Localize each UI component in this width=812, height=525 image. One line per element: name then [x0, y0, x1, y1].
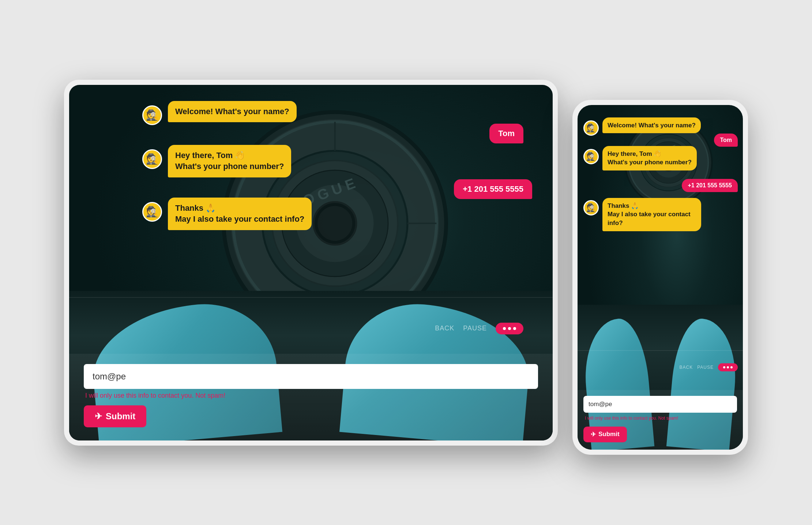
tablet-bot-bubble-2: Hey there, Tom 👋 What's your phone numbe…: [168, 145, 291, 178]
phone-bot-avatar-1: 🕵️: [583, 120, 599, 136]
phone-chat-area: 🕵️ Welcome! What's your name? Tom 🕵️ Hey…: [578, 105, 743, 450]
phone-screen: ROGUE 🕵️ Welcome! What's your name?: [578, 105, 743, 450]
phone-user-bubble-1: Tom: [714, 134, 738, 147]
gym-background: ROGUE 🕵️: [69, 85, 553, 440]
phone-dots-button[interactable]: [718, 363, 738, 371]
tablet-email-input[interactable]: [84, 364, 538, 389]
phone-bot-avatar-3: 🕵️: [583, 200, 599, 215]
tablet-screen: ROGUE 🕵️: [69, 85, 553, 440]
tablet-bot-bubble-3: Thanks 🙏 May I also take your contact in…: [168, 198, 312, 230]
phone-submit-button[interactable]: ✈ Submit: [583, 427, 627, 442]
send-icon: ✈: [95, 411, 102, 421]
tablet-privacy-text: I will only use this info to contact you…: [85, 392, 538, 400]
phone-dot-1: [723, 366, 725, 368]
phone-bot-bubble-1: Welcome! What's your name?: [602, 117, 701, 134]
phone-device: ROGUE 🕵️ Welcome! What's your name?: [572, 100, 748, 455]
tablet-user-bubble-1: Tom: [489, 124, 523, 143]
phone-send-icon: ✈: [591, 431, 596, 438]
phone-bot-bubble-3: Thanks 🙏 May I also take your contact in…: [602, 198, 701, 231]
phone-email-input[interactable]: [583, 396, 737, 413]
dot-1: [503, 327, 506, 330]
tablet-chat-area: 🕵️ Welcome! What's your name? Tom 🕵️ Hey…: [69, 85, 553, 440]
tablet-bot-avatar-2: 🕵️: [142, 149, 162, 169]
tablet-submit-button[interactable]: ✈ Submit: [84, 405, 146, 427]
dot-3: [513, 327, 516, 330]
phone-back-label[interactable]: BACK: [680, 365, 693, 370]
phone-dot-2: [727, 366, 729, 368]
tablet-bot-bubble-1: Welcome! What's your name?: [168, 101, 297, 123]
tablet-device: ROGUE 🕵️: [64, 80, 558, 446]
tablet-bot-avatar-3: 🕵️: [142, 202, 162, 222]
dot-2: [508, 327, 511, 330]
tablet-back-label[interactable]: BACK: [435, 325, 454, 332]
phone-pause-label[interactable]: PAUSE: [697, 365, 714, 370]
tablet-user-bubble-2: +1 201 555 5555: [454, 179, 532, 199]
phone-bottom-controls: BACK PAUSE: [680, 363, 738, 371]
tablet-bot-avatar-1: 🕵️: [142, 105, 162, 125]
phone-privacy-text: I will only use this info to contact you…: [585, 416, 737, 421]
phone-bot-avatar-2: 🕵️: [583, 149, 599, 164]
phone-bot-bubble-2: Hey there, Tom 👋 What's your phone numbe…: [602, 146, 697, 171]
phone-user-bubble-2: +1 201 555 5555: [682, 179, 738, 192]
tablet-dots-button[interactable]: [496, 323, 523, 334]
tablet-pause-label[interactable]: PAUSE: [463, 325, 487, 332]
phone-dot-3: [730, 366, 733, 368]
tablet-bottom-controls: BACK PAUSE: [435, 323, 523, 334]
scene: ROGUE 🕵️: [22, 14, 790, 511]
phone-input-area: I will only use this info to contact you…: [578, 390, 743, 450]
tablet-input-area: I will only use this info to contact you…: [69, 354, 553, 440]
phone-gym-background: ROGUE 🕵️ Welcome! What's your name?: [578, 105, 743, 450]
